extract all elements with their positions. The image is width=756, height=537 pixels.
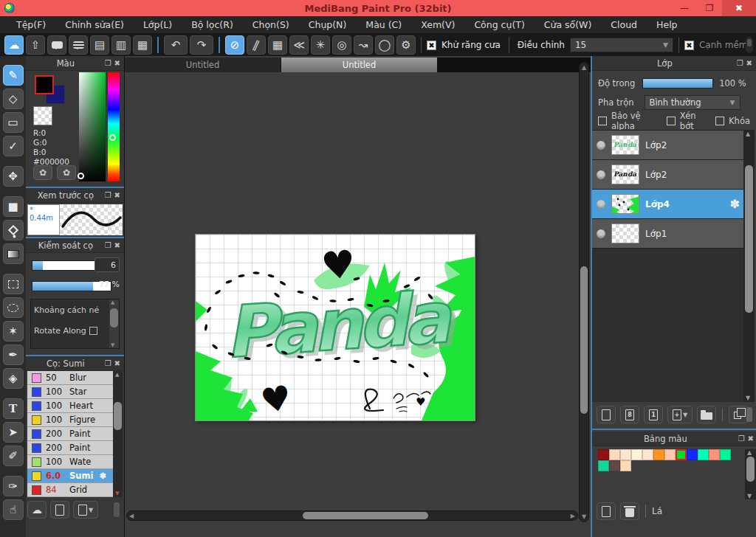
scroll-down-icon[interactable]: ▼ (746, 395, 750, 401)
palette-swatch[interactable] (609, 460, 620, 471)
option-row-rotate[interactable]: Rotate Along (31, 320, 119, 341)
palette-swatch[interactable] (598, 460, 609, 471)
palette-swatch[interactable] (609, 449, 620, 460)
menu-file[interactable]: Tệp(F) (7, 17, 55, 32)
brush-size-slider[interactable] (32, 260, 104, 271)
eyedropper-tool[interactable]: ✑ (3, 476, 24, 496)
move-tool[interactable]: ✥ (3, 166, 24, 187)
layer-row-selected[interactable]: Lớp4 ✽ (592, 190, 744, 219)
menu-color[interactable]: Màu (C) (357, 17, 410, 32)
redo-button[interactable]: ↷ (190, 35, 213, 55)
layer-row[interactable]: Lớp1 (592, 219, 744, 249)
menu-view[interactable]: Xem(V) (412, 17, 464, 32)
tab-untitled-1[interactable]: Untitled (125, 58, 281, 72)
scroll-down-icon[interactable]: ▼ (582, 513, 586, 520)
menu-select[interactable]: Chọn(S) (244, 17, 298, 32)
palette-swatch[interactable] (687, 449, 698, 460)
scroll-left-icon[interactable]: ◀ (129, 513, 134, 519)
marquee-select-tool[interactable] (3, 274, 24, 294)
maximize-button[interactable]: ❐ (697, 0, 722, 16)
layer-visibility-toggle[interactable] (597, 141, 605, 150)
shape-tool[interactable]: ▭ (3, 112, 24, 133)
select-pen-tool[interactable]: ✒ (3, 344, 24, 365)
layer-row[interactable]: Panda Lớp2 (592, 160, 744, 190)
menu-filter[interactable]: Bộ lọc(R) (182, 17, 242, 32)
canvas-horizontal-scrollbar[interactable]: ◀ ▶ (126, 510, 578, 521)
grid-settings-button[interactable]: ▦ (133, 35, 152, 55)
close-icon[interactable]: ✖ (114, 191, 120, 199)
menu-layer[interactable]: Lớp(L) (134, 17, 181, 32)
menu-cloud[interactable]: Cloud (602, 17, 646, 32)
brush-add-button[interactable] (50, 501, 69, 519)
palette-scrollbar[interactable]: ▲ ▼ (745, 449, 756, 499)
palette-swatch[interactable] (720, 449, 731, 460)
polyline-tool[interactable]: ✓ (3, 136, 24, 156)
brush-list-scrollbar[interactable]: ▲ ▼ (113, 371, 123, 497)
publish-button[interactable]: ⇧ (26, 35, 45, 55)
text-tool[interactable]: T (3, 398, 24, 419)
magic-wand-tool[interactable]: ✶ (3, 321, 24, 342)
foreground-color-swatch[interactable] (35, 75, 54, 94)
eraser-tool[interactable]: ◇ (3, 89, 24, 109)
scroll-up-icon[interactable]: ▲ (115, 372, 119, 378)
brush-panel-scrollbar[interactable] (114, 502, 120, 517)
layer-visibility-toggle[interactable] (597, 200, 605, 209)
brush-tool[interactable]: ✎ (3, 65, 24, 86)
snap-off-button[interactable]: ⊘ (225, 35, 244, 55)
menu-edit[interactable]: Chỉnh sửa(E) (56, 17, 133, 32)
palette-swatch[interactable] (620, 460, 631, 471)
comment-button[interactable] (69, 35, 88, 55)
popout-icon[interactable]: ❐ (105, 241, 111, 249)
layer-settings-gear-icon[interactable]: ✽ (730, 197, 740, 211)
canvas-artwork[interactable]: Panda Panda ♥ ♥ ♥ (196, 235, 475, 420)
brush-row[interactable]: 100Wate (27, 455, 123, 469)
divide-tool[interactable]: ✐ (3, 446, 24, 466)
close-icon[interactable]: ✖ (748, 434, 754, 443)
layers-scrollbar[interactable]: ▲ ▼ (743, 130, 755, 402)
rotate-along-checkbox[interactable] (89, 327, 97, 335)
lock-checkbox[interactable] (715, 117, 724, 125)
antialias-checkbox[interactable]: ✖ (427, 41, 436, 50)
layer-visibility-toggle[interactable] (597, 170, 605, 179)
tab-untitled-2-active[interactable]: Untitled (281, 58, 438, 72)
palette-swatch[interactable] (620, 449, 631, 460)
brush-row-selected[interactable]: 6.0Sumi✽ (27, 469, 123, 483)
clipping-checkbox[interactable] (667, 117, 676, 125)
hue-slider[interactable] (108, 72, 120, 181)
document-button[interactable]: ▤ (90, 35, 109, 55)
hand-tool[interactable]: ☝ (3, 499, 24, 520)
scroll-down-icon[interactable]: ▼ (747, 493, 752, 499)
soft-edge-checkbox[interactable]: ✖ (684, 41, 694, 50)
brush-row[interactable]: 100Figure (27, 413, 123, 427)
scroll-up-icon[interactable]: ▲ (746, 131, 750, 137)
canvas-vertical-scrollbar[interactable]: ▲ ▼ (579, 62, 589, 522)
add-8bit-layer-button[interactable]: 8 (620, 406, 639, 423)
sv-picker-indicator[interactable] (78, 173, 84, 179)
fill-shape-tool[interactable]: ■ (3, 196, 24, 217)
palette-swatch[interactable] (698, 449, 709, 460)
scroll-right-icon[interactable]: ▶ (571, 513, 575, 519)
palette-add-button[interactable]: ✿ (57, 165, 76, 180)
bucket-tool[interactable] (3, 220, 24, 240)
menu-tools[interactable]: Công cụ(T) (465, 17, 533, 32)
option-row-spacing[interactable]: Khoảng cách né (31, 299, 119, 320)
snap-vanishing-button[interactable]: ≪ (289, 35, 309, 55)
palette-swatch[interactable] (631, 449, 642, 460)
scroll-thumb[interactable] (746, 457, 755, 482)
snap-ellipse-button[interactable]: ◯ (375, 35, 394, 55)
palette-mode-button[interactable]: ✿ (33, 165, 52, 180)
scroll-thumb[interactable] (114, 402, 122, 430)
brush-row[interactable]: 100Heart (27, 399, 123, 413)
scroll-up-icon[interactable]: ▲ (747, 449, 752, 456)
scroll-down-icon[interactable]: ▼ (115, 491, 119, 496)
brush-cloud-download-button[interactable]: ☁ (27, 501, 47, 519)
hue-indicator[interactable] (109, 134, 116, 141)
menu-capture[interactable]: Chụp(N) (300, 17, 356, 32)
menu-help[interactable]: Help (647, 17, 687, 32)
palette-swatch[interactable] (642, 449, 653, 460)
protect-alpha-checkbox[interactable] (598, 117, 607, 125)
brush-row[interactable]: 100Star (27, 385, 123, 399)
close-icon[interactable]: ✖ (114, 59, 120, 67)
popout-icon[interactable]: ❐ (105, 191, 111, 199)
gradient-tool[interactable] (3, 243, 24, 264)
